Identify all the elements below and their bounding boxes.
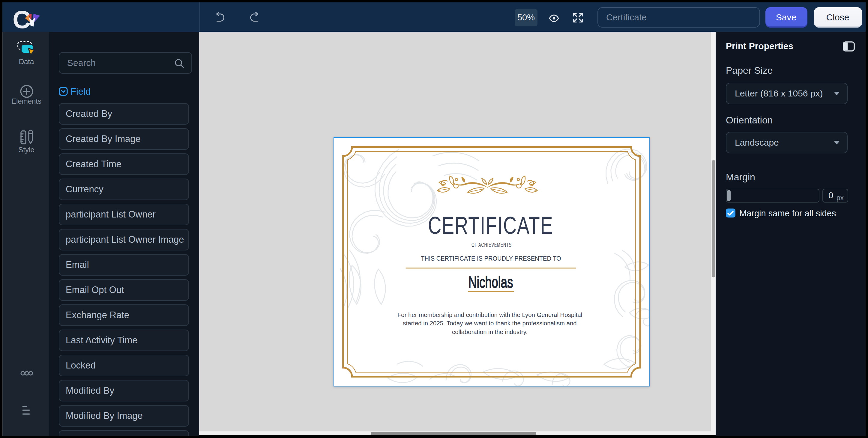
- svg-text:OF ACHIEVEMENTS: OF ACHIEVEMENTS: [471, 241, 512, 248]
- svg-text:collaboration in the industry.: collaboration in the industry.: [452, 328, 528, 335]
- svg-text:THIS CERTIFICATE IS PROUDLY PR: THIS CERTIFICATE IS PROUDLY PRESENTED TO: [421, 255, 561, 262]
- svg-text:Nicholas: Nicholas: [468, 273, 513, 291]
- svg-text:started in 2025. Today we want: started in 2025. Today we want to thank …: [403, 319, 577, 326]
- svg-text:CERTIFICATE: CERTIFICATE: [428, 211, 553, 238]
- svg-text:For her membership and contrib: For her membership and contribution with…: [397, 311, 582, 317]
